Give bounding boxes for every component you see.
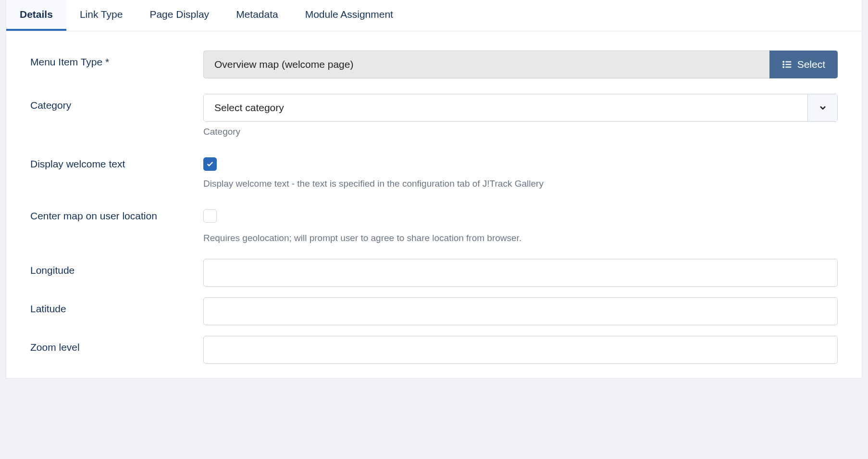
- row-center-map: Center map on user location Requires geo…: [30, 204, 838, 243]
- dropdown-arrow: [807, 94, 837, 121]
- help-center-map: Requires geolocation; will prompt user t…: [203, 233, 838, 243]
- tab-page-display[interactable]: Page Display: [136, 0, 223, 31]
- check-icon: [206, 160, 214, 168]
- latitude-input[interactable]: [203, 297, 838, 325]
- details-panel: Details Link Type Page Display Metadata …: [6, 0, 862, 379]
- label-category: Category: [30, 94, 203, 111]
- help-display-welcome: Display welcome text - the text is speci…: [203, 178, 838, 189]
- category-dropdown[interactable]: Select category: [203, 94, 838, 122]
- category-dropdown-value: Select category: [204, 94, 807, 121]
- select-button-label: Select: [797, 59, 825, 70]
- row-category: Category Select category Category: [30, 94, 838, 137]
- row-zoom-level: Zoom level: [30, 336, 838, 364]
- label-display-welcome: Display welcome text: [30, 153, 203, 170]
- select-type-button[interactable]: Select: [769, 51, 838, 78]
- label-center-map: Center map on user location: [30, 204, 203, 222]
- svg-point-3: [783, 62, 784, 63]
- tab-details[interactable]: Details: [6, 0, 66, 31]
- label-menu-item-type: Menu Item Type *: [30, 51, 203, 68]
- svg-point-4: [783, 64, 784, 65]
- tab-link-type[interactable]: Link Type: [66, 0, 136, 31]
- checkbox-center-map[interactable]: [203, 209, 217, 223]
- svg-point-5: [783, 67, 784, 68]
- row-latitude: Latitude: [30, 297, 838, 325]
- zoom-level-input[interactable]: [203, 336, 838, 364]
- row-display-welcome: Display welcome text Display welcome tex…: [30, 153, 838, 189]
- row-longitude: Longitude: [30, 259, 838, 287]
- label-zoom-level: Zoom level: [30, 336, 203, 353]
- tabs-bar: Details Link Type Page Display Metadata …: [6, 0, 862, 31]
- label-longitude: Longitude: [30, 259, 203, 276]
- label-latitude: Latitude: [30, 297, 203, 315]
- form-body: Menu Item Type * Overview map (welcome p…: [6, 31, 862, 378]
- help-category: Category: [203, 127, 838, 137]
- tab-metadata[interactable]: Metadata: [223, 0, 292, 31]
- checkbox-display-welcome[interactable]: [203, 157, 217, 171]
- list-icon: [782, 59, 793, 70]
- longitude-input[interactable]: [203, 259, 838, 287]
- chevron-down-icon: [818, 103, 828, 113]
- row-menu-item-type: Menu Item Type * Overview map (welcome p…: [30, 51, 838, 78]
- tab-module-assignment[interactable]: Module Assignment: [292, 0, 407, 31]
- menu-item-type-value: Overview map (welcome page): [203, 51, 769, 78]
